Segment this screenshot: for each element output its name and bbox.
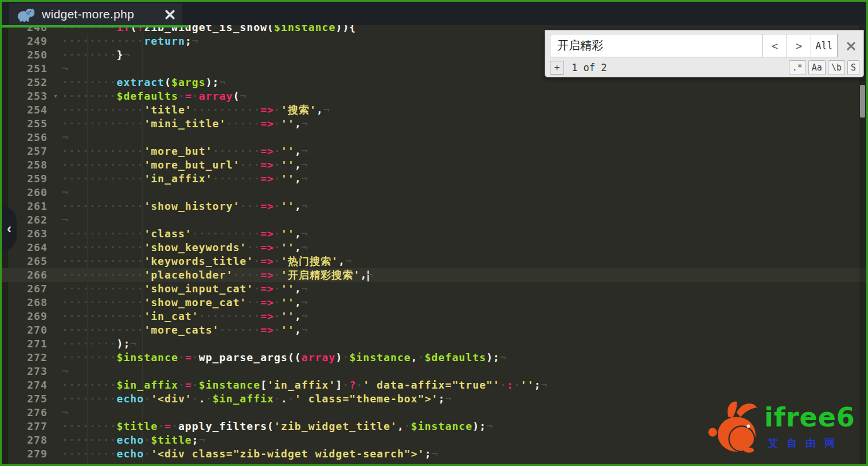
find-input[interactable] [550,34,763,57]
code-text: ············'class'··········=>·'',¬ [62,227,308,241]
chevron-left-icon: < [772,40,778,52]
line-number: 260 [2,186,62,199]
code-line-261[interactable]: 261············'show_history'···=>·'',¬ [2,199,866,213]
line-number: 249 [2,34,62,48]
chevron-left-icon: ‹ [7,221,11,237]
line-number: 267 [2,282,62,296]
brand-caption: 艾自由网 [768,436,843,450]
editor-window: 248········if(!zib_widget_is_show($insta… [0,0,868,466]
code-line-267[interactable]: 267············'show_input_cat'·=>·'',¬ [2,282,866,296]
line-number: 277 [2,420,62,433]
code-text: ········echo·'<div class="zib-widget wid… [62,447,439,461]
code-line-259[interactable]: 259············'in_affix'·······=>·'',¬ [2,172,866,186]
code-text: ············'more_but'·······=>·'',¬ [62,144,308,158]
line-number: 271 [2,337,62,351]
code-line-254[interactable]: 254············'title'··········=>·'搜索',… [2,103,866,117]
code-text: ¬ [62,365,69,378]
find-option-whole-word[interactable]: \b [828,60,845,75]
code-text: ············'show_history'···=>·'',¬ [62,199,308,213]
code-text: ············'show_keywords'··=>·'',¬ [62,241,308,254]
code-text: ············return;¬ [62,34,199,48]
line-number: 274 [2,378,62,392]
line-number: 250 [2,48,62,62]
tab-widget-more-php[interactable]: widget-more.php [9,3,182,25]
line-number: 252 [2,76,62,89]
fold-marker-icon[interactable]: ▾ [53,89,58,103]
code-text: ········echo·'<div'·.·$in_affix·.·' clas… [62,392,452,406]
code-line-256[interactable]: 256¬ [2,131,866,144]
line-number: 272 [2,351,62,365]
code-line-270[interactable]: 270············'more_cats'······=>·'',¬ [2,323,866,337]
code-text: ········}¬ [62,48,130,62]
line-number: 276 [2,406,62,420]
code-text: ············'placeholder'····=>·'开启精彩搜索'… [62,268,374,282]
line-number: 270 [2,323,62,337]
find-option-selection[interactable]: S [847,60,859,75]
line-number: 256 [2,131,62,144]
code-text: ········$in_affix·=·$instance['in_affix'… [62,378,548,392]
code-text: ············'in_cat'·········=>·'',¬ [62,310,308,323]
line-number: 266 [2,268,62,282]
find-option-case-sensitive[interactable]: Aa [808,60,826,75]
code-text: ¬ [62,131,69,144]
line-number: 273 [2,365,62,378]
code-line-271[interactable]: 271········);¬ [2,337,866,351]
line-number: 251 [2,62,62,76]
find-close-button[interactable] [843,38,858,53]
find-all-button[interactable]: All [811,34,838,57]
scrollbar-thumb[interactable] [860,85,865,118]
code-line-255[interactable]: 255············'mini_title'·····=>·'',¬ [2,117,866,131]
rabbit-icon [708,400,764,459]
code-text: ········echo·$title;¬ [62,433,206,447]
code-line-264[interactable]: 264············'show_keywords'··=>·'',¬ [2,241,866,254]
code-text: ········$title·=·apply_filters('zib_widg… [62,420,493,433]
line-number: 254 [2,103,62,117]
code-line-269[interactable]: 269············'in_cat'·········=>·'',¬ [2,310,866,323]
code-text: ········);¬ [62,337,137,351]
code-text: ········$instance·=·wp_parse_args((array… [62,351,507,365]
code-text: ¬ [62,186,69,199]
line-number: 255 [2,117,62,131]
code-text: ············'mini_title'·····=>·'',¬ [62,117,308,131]
code-line-260[interactable]: 260¬ [2,186,866,199]
line-number: 258 [2,158,62,172]
find-match-count: 1 of 2 [572,61,607,75]
line-number: 278 [2,433,62,447]
code-text: ¬ [62,213,69,227]
code-line-274[interactable]: 274········$in_affix·=·$instance['in_aff… [2,378,866,392]
code-text: ········$defaults·=·array(¬ [62,89,247,103]
find-next-button[interactable]: > [787,34,811,57]
code-line-253[interactable]: 253▾········$defaults·=·array(¬ [2,89,866,103]
code-line-262[interactable]: 262¬ [2,213,866,227]
code-text: ············'title'··········=>·'搜索',¬ [62,103,330,117]
code-line-252[interactable]: 252········extract($args);¬ [2,76,866,89]
tab-title: widget-more.php [42,7,156,21]
code-lines: 248········if(!zib_widget_is_show($insta… [2,21,866,461]
line-number: 257 [2,144,62,158]
code-line-265[interactable]: 265············'keywords_title'·=>·'热门搜索… [2,254,866,268]
find-previous-button[interactable]: < [763,34,787,57]
code-line-268[interactable]: 268············'show_more_cat'··=>·'',¬ [2,296,866,310]
find-options: .*Aa\bS [789,60,859,75]
line-number: 253▾ [2,89,62,103]
find-expand-replace-button[interactable]: + [550,61,564,75]
active-tab-underline [2,25,189,28]
line-number: 275 [2,392,62,406]
code-text: ········extract($args);¬ [62,76,226,89]
code-text: ············'keywords_title'·=>·'热门搜索',¬ [62,254,352,268]
code-line-263[interactable]: 263············'class'··········=>·'',¬ [2,227,866,241]
find-option-regex[interactable]: .* [789,60,806,75]
watermark-logo: ifree6 艾自由网 [708,397,854,465]
line-number: 279 [2,447,62,461]
code-line-258[interactable]: 258············'more_but_url'···=>·'',¬ [2,158,866,172]
code-line-257[interactable]: 257············'more_but'·······=>·'',¬ [2,144,866,158]
find-bar: < > All + 1 of 2 .*Aa\bS [545,30,864,77]
chevron-right-icon: > [796,40,802,52]
code-line-272[interactable]: 272········$instance·=·wp_parse_args((ar… [2,351,866,365]
line-number: 268 [2,296,62,310]
code-line-273[interactable]: 273¬ [2,365,866,378]
tab-close-button[interactable] [163,8,176,21]
close-icon [846,41,856,51]
php-elephant-icon [17,7,34,22]
code-line-266[interactable]: 266············'placeholder'····=>·'开启精彩… [2,268,866,282]
